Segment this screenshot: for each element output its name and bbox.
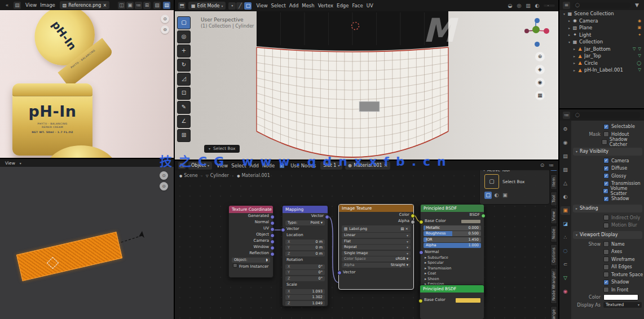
checkbox[interactable]: ✓ — [603, 124, 609, 130]
object-color-swatch[interactable] — [603, 294, 638, 300]
tab-world[interactable]: ◐ — [561, 193, 570, 201]
outliner-search-input[interactable]: ◯ — [573, 2, 630, 8]
overlay-toggle-icon[interactable]: ◒ — [506, 2, 514, 10]
overlay-toggle-icon[interactable]: ◐ — [533, 2, 541, 10]
navigation-gizmo[interactable] — [523, 18, 548, 50]
checkbox[interactable]: ✓ — [603, 196, 609, 202]
node-socket[interactable] — [270, 252, 275, 256]
menu-select[interactable]: Select — [270, 3, 288, 8]
node-socket[interactable] — [411, 220, 415, 224]
shading-ball-1[interactable] — [548, 5, 549, 6]
node-principled-bsdf-2[interactable]: Principled BSDFBase Color — [420, 285, 484, 319]
area-divider[interactable] — [0, 158, 175, 159]
outliner-item-label[interactable]: Collection — [579, 39, 642, 45]
tool-select-box[interactable]: ▢ — [177, 16, 191, 29]
camera-view-button[interactable]: ◉ — [535, 78, 545, 87]
checkbox[interactable] — [602, 139, 607, 145]
expander-icon[interactable]: ▸ — [567, 33, 572, 37]
active-tool-button[interactable]: ▢ — [484, 174, 499, 189]
header-button-icon[interactable]: ≔ — [135, 2, 142, 9]
outliner-item-label[interactable]: Plane — [579, 25, 637, 30]
tool-move[interactable]: + — [177, 45, 191, 57]
node-texture-coordinate[interactable]: Texture CoordinateGeneratedNormalUVObjec… — [228, 205, 274, 278]
vtab-arrange[interactable]: Arrange — [550, 306, 557, 319]
tab-constraints[interactable]: ⊂ — [561, 260, 570, 269]
outliner-item-label[interactable]: Camera — [579, 18, 638, 24]
expander-icon[interactable]: ▸ — [567, 26, 572, 30]
vtab-view[interactable]: View — [550, 208, 557, 224]
uv-canvas[interactable]: ⊙⊖ — [0, 167, 174, 319]
image-overlay-button[interactable]: ⊖ — [161, 25, 169, 34]
move-view-button[interactable]: ◈ — [535, 65, 545, 74]
gizmo-axis-dot[interactable] — [524, 29, 529, 33]
node-header[interactable]: Texture Coordinate — [229, 206, 273, 213]
node-socket[interactable] — [419, 250, 424, 255]
checkbox[interactable] — [603, 223, 609, 228]
header-button-icon[interactable]: ◫ — [118, 2, 125, 9]
expander-icon[interactable]: ▸ — [572, 54, 577, 58]
checkbox[interactable]: ✓ — [603, 181, 609, 187]
node-socket[interactable] — [419, 220, 424, 224]
gizmo-axis-dot[interactable] — [535, 18, 540, 23]
menu-uv[interactable]: UV — [365, 3, 375, 8]
menu-vertex[interactable]: Vertex — [316, 3, 335, 8]
unlink-image-icon[interactable]: × — [103, 3, 107, 8]
zoom-button[interactable]: ⊕ — [535, 52, 545, 61]
menu-image[interactable]: Image — [38, 2, 57, 8]
outliner-row[interactable]: ▸▲Jar_Top▽ — [559, 52, 644, 60]
tool-scale[interactable]: ◿ — [177, 73, 191, 86]
tab-view-layer[interactable]: ▧ — [561, 166, 570, 174]
image-datablock-selector[interactable]: ▧ Reference.png × — [60, 1, 109, 9]
tool-annotate[interactable]: ✎ — [177, 101, 191, 114]
menu-view[interactable]: View — [254, 3, 269, 8]
end-button-icon[interactable]: ▨ — [153, 2, 161, 9]
section-header[interactable]: ▾Ray Visibility — [573, 148, 642, 156]
breadcrumb-item[interactable]: ▽Cylinder — [206, 173, 229, 178]
checkbox[interactable]: ✓ — [603, 188, 608, 194]
node-socket[interactable] — [418, 299, 423, 303]
uv-overlay-button[interactable]: ⊙ — [160, 171, 168, 180]
node-header[interactable]: Image Texture — [339, 205, 413, 212]
node-header[interactable]: Mapping — [283, 206, 328, 213]
uv-view-menu[interactable]: View — [3, 161, 17, 166]
checkbox[interactable] — [603, 131, 609, 137]
tab-scene[interactable]: △ — [561, 179, 570, 188]
collapsed-panel[interactable]: ▸ Coat — [421, 271, 484, 277]
tab-object[interactable]: ▣ — [561, 206, 570, 215]
node-socket[interactable] — [411, 214, 415, 218]
node-dropdown[interactable]: Linear▾ — [342, 233, 411, 238]
outliner-item-label[interactable]: pH-In_Label.001 — [584, 67, 638, 73]
tab-object-data[interactable]: ▽ — [561, 274, 570, 282]
collapsed-panel[interactable]: ▸ Subsurface — [421, 255, 484, 261]
display-as-dropdown[interactable]: Textured▾ — [603, 302, 642, 308]
from-instancer-row[interactable]: From Instancer — [229, 263, 273, 269]
value-slider[interactable]: Z1.049 — [285, 301, 325, 306]
header-button-icon[interactable]: ▣ — [126, 2, 134, 9]
color-swatch[interactable] — [456, 298, 480, 303]
area-divider[interactable] — [558, 0, 559, 319]
tool-transform[interactable]: ⊡ — [177, 87, 191, 100]
node-dropdown[interactable]: Repeat▾ — [342, 245, 411, 250]
menu-edge[interactable]: Edge — [335, 3, 350, 8]
shading-ball-0[interactable] — [545, 5, 546, 6]
outliner-row[interactable]: ▸◉Camera◉ — [559, 17, 644, 25]
value-slider[interactable]: Y0 m — [285, 245, 325, 250]
select-mode-icon[interactable]: ╱ — [236, 2, 244, 10]
outliner-row[interactable]: ▸▲Jar_Bottom▽ ▽ — [559, 46, 644, 53]
checkbox[interactable]: ✓ — [603, 166, 609, 171]
menu-add[interactable]: Add — [288, 3, 300, 8]
outliner-item-label[interactable]: Jar_Top — [584, 53, 638, 59]
section-header[interactable]: ▾Viewport Display — [573, 231, 642, 239]
outliner-item-label[interactable]: Scene Collection — [574, 11, 642, 16]
node-dropdown-pair[interactable]: Color SpacesRGB ▾ — [342, 256, 411, 262]
checkbox[interactable] — [603, 215, 609, 220]
shading-ball-3[interactable] — [552, 5, 553, 6]
node-socket[interactable] — [281, 228, 285, 232]
gizmo-axis-dot[interactable] — [535, 42, 540, 47]
image-browse-icon[interactable]: ▤ — [400, 225, 404, 232]
overlay-toggle-icon[interactable]: ◎ — [515, 2, 523, 10]
collapsed-panel[interactable]: ▸ Transmission — [421, 266, 484, 272]
viewport-canvas[interactable]: M ▢◎+↻◿⊡✎∠⊞ User Perspective (1) Collect… — [175, 11, 558, 160]
breadcrumb-item[interactable]: ●Material.001 — [237, 173, 270, 178]
vtab-node-wrangler[interactable]: Node Wrangler — [550, 268, 557, 304]
